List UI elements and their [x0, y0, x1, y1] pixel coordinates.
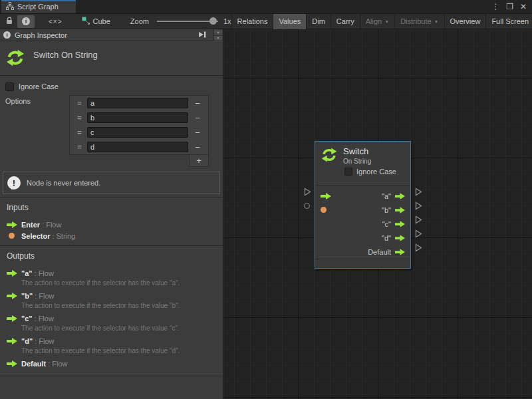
- node-title: Switch: [343, 146, 371, 157]
- warning-bubble-icon: !: [7, 176, 21, 190]
- inspect-button[interactable]: i: [17, 15, 35, 28]
- node-row-c: "c": [315, 217, 410, 231]
- flow-arrow-icon: [7, 338, 21, 344]
- carry-button[interactable]: Carry: [331, 14, 360, 29]
- options-list: = − = − = − =: [69, 95, 209, 155]
- tab-script-graph[interactable]: Script Graph: [1, 0, 76, 13]
- drag-handle-icon[interactable]: =: [71, 114, 87, 122]
- zoom-slider[interactable]: [157, 21, 218, 22]
- external-flow-output-marker-a[interactable]: [415, 188, 422, 196]
- values-button[interactable]: Values: [273, 14, 306, 29]
- remove-option-button[interactable]: −: [188, 142, 207, 152]
- options-label: Options: [5, 95, 69, 167]
- external-value-input-marker[interactable]: [304, 203, 310, 209]
- graph-object-icon: [82, 17, 90, 26]
- lock-button[interactable]: [1, 15, 17, 28]
- switch-on-string-node[interactable]: Switch On String Ignore Case "a": [315, 141, 411, 269]
- warning-box: ! Node is never entered.: [3, 172, 220, 194]
- triangle-up-icon: ▲: [217, 30, 220, 34]
- add-row: +: [69, 155, 209, 167]
- inspector-header: i Graph Inspector ▲ ▼: [0, 29, 223, 41]
- triangle-down-icon: ▼: [217, 36, 220, 40]
- warning-text: Node is never entered.: [27, 179, 100, 187]
- zoom-label: Zoom: [130, 17, 149, 25]
- ignore-case-checkbox[interactable]: [5, 82, 14, 91]
- output-port-b: "b" : Flow: [7, 290, 216, 301]
- flow-arrow-icon: [7, 270, 21, 277]
- remove-option-button[interactable]: −: [188, 128, 207, 138]
- external-flow-output-marker-c[interactable]: [415, 215, 422, 224]
- output-port-default: Default : Flow: [7, 358, 216, 369]
- chevron-down-icon: ▼: [384, 19, 389, 24]
- external-flow-output-marker-default[interactable]: [415, 243, 422, 252]
- node-body: "a" "b" "c": [315, 186, 410, 259]
- remove-option-button[interactable]: −: [188, 113, 207, 123]
- lock-icon: [6, 17, 13, 26]
- output-port-c[interactable]: [395, 221, 405, 227]
- output-port-d[interactable]: [395, 235, 405, 241]
- output-port-b[interactable]: [395, 207, 405, 213]
- inspector-title: Graph Inspector: [15, 31, 192, 39]
- string-dot-icon: [7, 233, 21, 239]
- panel-scrollbar: ▲ ▼: [213, 29, 223, 41]
- scroll-down-button[interactable]: ▼: [214, 36, 222, 41]
- close-icon[interactable]: ✕: [520, 3, 527, 11]
- scroll-up-button[interactable]: ▲: [214, 30, 222, 35]
- external-flow-output-marker-b[interactable]: [415, 201, 422, 210]
- option-input-1[interactable]: [87, 112, 188, 123]
- flow-arrow-icon: [7, 293, 21, 299]
- switch-unit-icon: [321, 146, 338, 165]
- selector-port[interactable]: [321, 207, 334, 213]
- inputs-section: Inputs Enter : Flow Selector : String: [0, 197, 223, 245]
- page-title: Switch On String: [33, 50, 98, 60]
- full-screen-button[interactable]: Full Screen: [485, 14, 532, 29]
- list-item: = −: [70, 96, 208, 110]
- node-row-d: "d": [315, 231, 410, 245]
- option-input-0[interactable]: [87, 98, 188, 108]
- toolbar-left-group: i <×>: [1, 15, 67, 28]
- relations-button[interactable]: Relations: [231, 14, 273, 29]
- zoom-control: Zoom 1x: [130, 17, 231, 25]
- maximize-icon[interactable]: ❐: [506, 3, 513, 11]
- drag-handle-icon[interactable]: =: [71, 99, 87, 107]
- align-button: Align ▼: [360, 14, 394, 29]
- graph-target[interactable]: Cube: [82, 17, 110, 26]
- drag-handle-icon[interactable]: =: [71, 143, 87, 151]
- outputs-header: Outputs: [7, 251, 216, 261]
- remove-option-button[interactable]: −: [188, 98, 207, 108]
- inputs-header: Inputs: [7, 203, 216, 212]
- code-icon: <×>: [49, 18, 63, 25]
- enter-port[interactable]: [321, 193, 334, 200]
- node-ignore-case-checkbox[interactable]: [344, 168, 352, 176]
- drag-handle-icon[interactable]: =: [71, 128, 87, 136]
- graph-icon: [6, 2, 14, 11]
- external-flow-input-marker[interactable]: [304, 188, 311, 196]
- graph-inspector-panel: i Graph Inspector ▲ ▼ Switch On String: [0, 29, 223, 399]
- node-header[interactable]: Switch On String Ignore Case: [315, 142, 410, 186]
- outputs-section: Outputs "a" : Flow The action to execute…: [0, 245, 223, 373]
- dock-button[interactable]: [196, 31, 209, 40]
- node-footer: [315, 259, 410, 265]
- unit-settings: Ignore Case Options = − = −: [0, 76, 223, 169]
- zoom-slider-handle[interactable]: [209, 17, 217, 25]
- output-port-a[interactable]: [395, 193, 405, 200]
- option-input-3[interactable]: [87, 142, 188, 152]
- port-description: The action to execute if the selector ha…: [21, 325, 216, 332]
- overview-button[interactable]: Overview: [444, 14, 486, 29]
- graph-canvas[interactable]: Switch On String Ignore Case "a": [224, 29, 532, 399]
- external-flow-output-marker-d[interactable]: [415, 229, 422, 238]
- dock-icon: [198, 31, 206, 39]
- port-description: The action to execute if the selector ha…: [21, 347, 216, 354]
- option-input-2[interactable]: [87, 127, 188, 138]
- flow-arrow-icon: [7, 360, 21, 367]
- graph-toolbar: i <×> Cube Zoom 1x Relations Values Dim …: [0, 14, 532, 29]
- add-option-button[interactable]: +: [189, 155, 209, 167]
- code-preview-button[interactable]: <×>: [44, 15, 67, 28]
- info-icon: i: [3, 31, 11, 39]
- dim-button[interactable]: Dim: [306, 14, 331, 29]
- kebab-menu-icon[interactable]: ⋮: [491, 3, 499, 11]
- list-item: = −: [70, 110, 208, 125]
- unit-title-row: Switch On String: [0, 41, 223, 76]
- output-port-default[interactable]: [395, 249, 405, 255]
- port-description: The action to execute if the selector ha…: [21, 279, 216, 287]
